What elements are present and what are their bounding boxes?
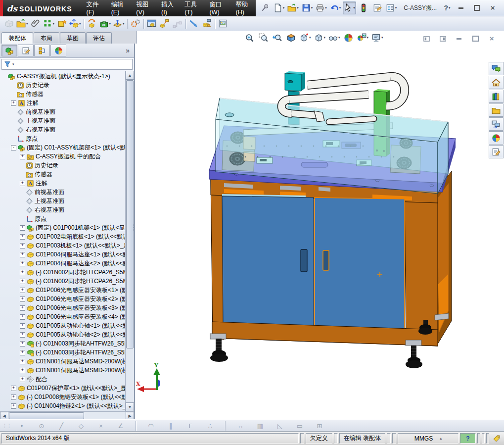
tree-expand-toggle[interactable]: + xyxy=(20,350,25,355)
panel-tabs-overflow[interactable]: » xyxy=(126,47,133,54)
minimize-button[interactable] xyxy=(455,1,467,14)
tree-item[interactable]: +C-ASSY搬运机 中的配合 xyxy=(0,152,126,161)
tree-item[interactable]: +(-) C01N004拖链2<1> (默认<<默认>_显 xyxy=(0,401,126,410)
tree-item[interactable]: +C01P006光电感应器安装板<2> (默认 xyxy=(0,295,126,303)
tree-item[interactable]: 上视基准面 xyxy=(0,116,126,125)
tab-布局[interactable]: 布局 xyxy=(34,32,59,44)
appearances-scenes[interactable] xyxy=(489,131,504,145)
linear-component-pattern[interactable]: ▾ xyxy=(42,17,56,30)
tree-expand-toggle[interactable]: + xyxy=(20,314,25,320)
status-help-button[interactable]: ? xyxy=(460,433,476,444)
undo[interactable]: ▾ xyxy=(329,1,342,14)
vertical-scroll-track[interactable] xyxy=(126,349,134,402)
scroll-down-button[interactable]: ▼ xyxy=(126,402,134,411)
tree-expand-toggle[interactable]: + xyxy=(20,341,25,346)
new-document[interactable]: ▾ xyxy=(273,1,286,14)
tree-expand-toggle[interactable]: + xyxy=(20,270,25,275)
tree-item[interactable]: +C01P006光电感应器安装板<3> (默认 xyxy=(0,303,126,312)
file-explorer[interactable] xyxy=(489,103,504,117)
tree-item[interactable]: +C01N001伺服马达MSMD-200W(松下)< xyxy=(0,366,126,375)
previous-view[interactable] xyxy=(271,31,283,44)
view-settings[interactable]: ▾ xyxy=(370,31,384,44)
close-button[interactable]: × xyxy=(486,1,499,14)
model-cabinet[interactable] xyxy=(210,171,452,368)
tree-item[interactable]: 历史记录 xyxy=(0,161,126,170)
options[interactable]: ▾ xyxy=(385,1,398,14)
tree-item[interactable]: +(-) C01N002同步轮HTCPA26_S5M150_ xyxy=(0,268,126,277)
tree-item[interactable]: +C01P004伺服马达座<1> (默认<<默认 xyxy=(0,250,126,259)
tree-item[interactable]: +C01N001伺服马达MSMD-200W(松下)< xyxy=(0,357,126,366)
tab-草图[interactable]: 草图 xyxy=(60,32,86,44)
tree-item[interactable]: 历史记录 xyxy=(0,81,126,90)
file-properties[interactable] xyxy=(371,1,384,14)
tree-item[interactable]: 右视基准面 xyxy=(0,205,126,214)
toolbar-grip[interactable]: ⋮⋮ xyxy=(2,423,11,429)
exploded-view[interactable] xyxy=(158,17,171,30)
tree-expand-toggle[interactable]: + xyxy=(11,100,16,106)
tree-item[interactable]: -(固定) C01-ASSY机架部<1> (默认<默认_ xyxy=(0,143,126,152)
tree-item[interactable]: 上视基准面 xyxy=(0,197,126,205)
tree-expand-toggle[interactable]: + xyxy=(20,297,25,302)
tree-expand-toggle[interactable]: + xyxy=(20,305,25,311)
show-hidden-components[interactable] xyxy=(86,17,98,30)
design-library[interactable] xyxy=(489,90,504,103)
assembly-features[interactable]: ▾ xyxy=(98,17,112,30)
scroll-left-button[interactable]: ◀ xyxy=(0,412,8,420)
sketch-corner[interactable]: Γ xyxy=(184,419,197,432)
display-style[interactable]: ▾ xyxy=(313,31,327,44)
tab-featuremanager[interactable] xyxy=(1,45,17,56)
tree-item[interactable]: +C01P005从动轮心轴<2> (默认<<默认 xyxy=(0,330,126,339)
tree-item[interactable]: +注解 xyxy=(0,99,126,107)
tree-expand-toggle[interactable]: + xyxy=(20,323,25,329)
tree-expand-toggle[interactable]: + xyxy=(20,279,25,284)
save[interactable]: ▾ xyxy=(301,1,314,14)
tree-item[interactable]: 右视基准面 xyxy=(0,125,126,134)
tree-item[interactable]: 前视基准面 xyxy=(0,188,126,197)
toolbar-pin[interactable] xyxy=(259,1,272,14)
assembly-visualization[interactable] xyxy=(217,17,229,30)
select[interactable]: ▾ xyxy=(343,1,356,14)
tab-评估[interactable]: 评估 xyxy=(86,32,112,44)
sketch-trim[interactable]: × xyxy=(94,419,107,432)
tree-item[interactable]: +C01P006光电感应器安装板<1> (默认 xyxy=(0,286,126,295)
custom-properties[interactable] xyxy=(489,145,504,158)
solidworks-forum[interactable] xyxy=(489,62,504,75)
status-units-selector[interactable]: MMGS ▴ xyxy=(398,433,458,444)
tree-item[interactable]: +注解 xyxy=(0,179,126,188)
reference-geometry[interactable]: ▾ xyxy=(112,17,126,30)
tree-item[interactable]: C-ASSY搬运机 (默认<显示状态-1>) xyxy=(0,72,126,81)
rebuild[interactable] xyxy=(357,1,370,14)
hide-show-items[interactable]: ▾ xyxy=(327,31,341,44)
model-anchor-block[interactable] xyxy=(285,71,305,91)
tree-item[interactable]: +C01P005从动轮心轴<1> (默认<<默认 xyxy=(0,321,126,330)
assembly-xpert[interactable] xyxy=(200,17,213,30)
tree-item[interactable]: 原点 xyxy=(0,134,126,143)
graphics-viewport[interactable]: X Y xyxy=(135,44,504,420)
vertical-scroll-thumb[interactable] xyxy=(126,80,134,348)
tree-item[interactable]: 传感器 xyxy=(0,90,126,99)
horizontal-scroll-thumb[interactable] xyxy=(9,412,84,419)
zoom-to-fit[interactable] xyxy=(243,31,256,44)
menu-item[interactable]: 文件(F) xyxy=(81,0,106,16)
tree-expand-toggle[interactable]: + xyxy=(20,154,25,159)
menu-item[interactable]: 窗口(W) xyxy=(204,0,230,16)
vertical-scrollbar[interactable]: ▲ ▼ xyxy=(125,71,134,411)
scroll-up-button[interactable]: ▲ xyxy=(126,71,134,80)
sketch-spline[interactable]: ∴ xyxy=(204,419,217,432)
tree-expand-toggle[interactable]: - xyxy=(11,145,16,150)
tree-expand-toggle[interactable]: + xyxy=(20,368,25,373)
tree-item[interactable]: +(-) C01N004拖链2<2> (默认<<默认>_显 xyxy=(0,410,126,411)
tree-item[interactable]: +(-) C01N003同步轮AHTFW26_S5M150_ xyxy=(0,339,126,348)
sketch-offset[interactable]: ∥ xyxy=(164,419,177,432)
tree-item[interactable]: +(-) C01N002同步轮HTCPA26_S5M150_ xyxy=(0,277,126,286)
tree-item[interactable]: +C01P003机板<1> (默认<<默认>_显示 xyxy=(0,241,126,250)
tree-item[interactable]: +(-) C01P008拖链安装板<1> (默认<<默认 xyxy=(0,393,126,401)
tree-item[interactable]: 原点 xyxy=(0,214,126,223)
insert-components-browse[interactable]: ▾ xyxy=(15,17,29,30)
smart-dimension[interactable]: ↔ xyxy=(234,419,247,432)
tree-item[interactable]: +配合 xyxy=(0,375,126,384)
tree-expand-toggle[interactable]: + xyxy=(20,377,25,382)
menu-item[interactable]: 帮助(H) xyxy=(230,0,256,16)
smart-fasteners[interactable] xyxy=(55,17,68,30)
tree-expand-toggle[interactable]: + xyxy=(20,225,25,231)
